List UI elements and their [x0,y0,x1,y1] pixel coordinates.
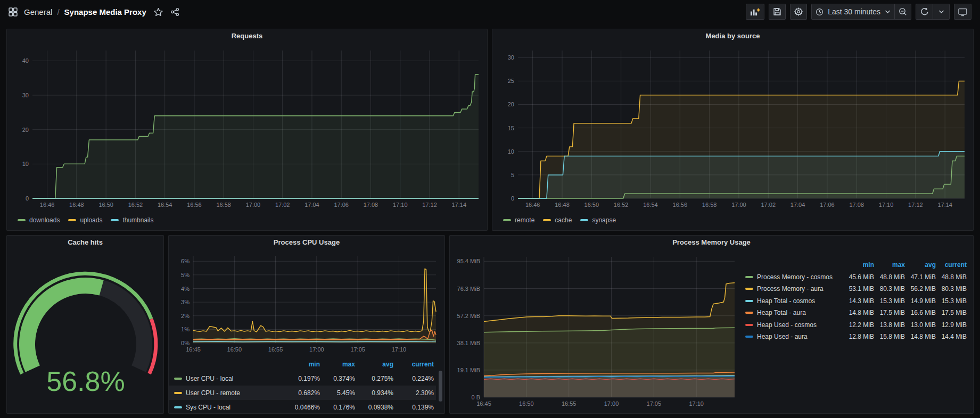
legend-value: 14.8 MiB [845,309,876,316]
legend-table-row: Sys CPU - local0.0466%0.176%0.0938%0.139… [169,400,436,414]
legend-item-heap-used-aura[interactable]: Heap Used - aura [740,333,845,340]
time-range-picker[interactable]: Last 30 minutes [811,4,894,20]
star-icon[interactable] [154,7,163,16]
legend-item-heap-total-cosmos[interactable]: Heap Total - cosmos [740,297,845,305]
y-axis-tick-label: 3% [181,299,190,305]
legend-label: User CPU - remote [186,389,240,397]
legend-swatch [745,276,753,278]
legend-value: 53.1 MiB [845,285,876,292]
legend-swatch [745,312,753,314]
cycle-view-mode-button[interactable] [954,4,971,20]
legend-col-current[interactable]: current [938,261,969,269]
legend-item-synapse[interactable]: synapse [580,216,616,224]
refresh-interval-dropdown[interactable] [933,4,950,20]
x-axis-tick-label: 17:10 [879,202,894,208]
x-axis-tick-label: 17:12 [908,202,923,208]
refresh-button[interactable] [916,4,933,20]
dashboard-settings-button[interactable] [790,4,807,20]
legend-value: 0.682% [287,389,322,397]
y-axis-tick-label: 20 [508,101,514,107]
legend-col-min[interactable]: min [845,261,876,269]
legend-item-cache[interactable]: cache [543,216,572,224]
x-axis-tick-label: 17:02 [761,202,776,208]
legend-swatch [745,336,753,338]
media-by-source-chart-svg[interactable]: 16:4616:4816:5016:5216:5416:5616:5817:00… [492,43,973,211]
legend-label: thumbnails [122,216,153,224]
chevron-down-icon [885,10,891,14]
legend-swatch [745,300,753,302]
dashboard-toolbar: Last 30 minutes [746,4,971,20]
gauge-svg[interactable]: 56.8% [7,249,164,410]
x-axis-tick-label: 17:12 [422,202,437,208]
legend-item-heap-total-aura[interactable]: Heap Total - aura [740,309,845,316]
legend-table-row: Heap Used - cosmos12.2 MiB13.8 MiB13.0 M… [740,319,972,331]
y-axis-tick-label: 10 [508,148,514,155]
x-axis-tick-label: 17:10 [393,202,408,208]
y-axis-tick-label: 10 [22,161,29,167]
share-icon[interactable] [170,7,179,16]
legend-col-avg[interactable]: avg [357,361,396,368]
zoom-out-time-button[interactable] [894,4,911,20]
panel-title-process-cpu-usage[interactable]: Process CPU Usage [169,236,444,249]
grafana-dashboard: General / Synapse Media Proxy [0,0,980,418]
process-cpu-legend-table: minmaxavgcurrentUser CPU - local0.197%0.… [169,357,444,414]
legend-item-process-memory-cosmos[interactable]: Process Memory - cosmos [740,273,845,281]
save-dashboard-button[interactable] [769,4,786,20]
legend-item-user-cpu-local[interactable]: User CPU - local [169,375,287,382]
legend-item-user-cpu-remote[interactable]: User CPU - remote [169,389,287,397]
process-cpu-chart-svg[interactable]: 16:4516:5016:5517:0017:0517:100%1%2%3%4%… [169,249,444,355]
legend-swatch [580,219,588,221]
panel-title-cache-hits[interactable]: Cache hits [7,236,163,249]
cache-hits-gauge: 56.8% [7,249,163,412]
legend-value: 5.45% [322,389,357,397]
legend-item-process-memory-aura[interactable]: Process Memory - aura [740,285,845,292]
legend-value: 14.9 MiB [907,297,938,305]
legend-table-header: minmaxavgcurrent [740,259,972,271]
process-memory-chart-svg[interactable]: 16:4516:5016:5517:0017:0517:100 B19.1 Mi… [450,249,740,411]
y-axis-tick-label: 0 [26,195,29,202]
x-axis-tick-label: 16:54 [158,202,172,208]
panel-title-process-memory-usage[interactable]: Process Memory Usage [450,236,973,249]
legend-col-min[interactable]: min [287,361,322,368]
legend-col-avg[interactable]: avg [907,261,938,269]
legend-value: 16.6 MiB [907,309,938,316]
legend-col-max[interactable]: max [876,261,907,269]
y-axis-tick-label: 2% [181,313,190,319]
legend-item-uploads[interactable]: uploads [68,216,102,224]
y-axis-tick-label: 30 [508,54,514,61]
y-axis-tick-label: 0% [181,340,190,346]
y-axis-tick-label: 4% [181,286,190,292]
x-axis-tick-label: 17:05 [350,346,365,353]
legend-swatch [543,219,551,221]
legend-value: 80.3 MiB [938,285,969,292]
panel-title-media-by-source[interactable]: Media by source [492,29,973,43]
legend-item-downloads[interactable]: downloads [18,216,60,224]
x-axis-tick-label: 17:10 [392,346,407,353]
legend-value: 17.5 MiB [876,309,907,316]
legend-item-sys-cpu-local[interactable]: Sys CPU - local [169,404,287,411]
legend-item-remote[interactable]: remote [503,216,534,224]
add-panel-button[interactable] [746,4,764,20]
legend-table-row: User CPU - remote0.682%5.45%0.934%2.30% [169,386,436,400]
y-axis-tick-label: 20 [22,127,29,133]
legend-item-thumbnails[interactable]: thumbnails [111,216,153,224]
x-axis-tick-label: 17:00 [309,346,324,353]
legend-value: 13.8 MiB [876,321,907,329]
y-axis-tick-label: 25 [508,78,514,84]
legend-col-current[interactable]: current [396,361,436,368]
x-axis-tick-label: 17:02 [275,202,290,208]
dashboard-title[interactable]: Synapse Media Proxy [64,7,146,16]
legend-col-max[interactable]: max [322,361,357,368]
media-by-source-legend: remotecachesynapse [492,213,973,224]
legend-scrollbar[interactable] [439,371,442,402]
x-axis-tick-label: 16:52 [614,202,629,208]
legend-item-heap-used-cosmos[interactable]: Heap Used - cosmos [740,321,845,329]
top-nav: General / Synapse Media Proxy [0,0,980,23]
requests-chart-svg[interactable]: 16:4616:4816:5016:5216:5416:5616:5817:00… [7,43,487,211]
x-axis-tick-label: 17:04 [790,202,805,208]
breadcrumb-section[interactable]: General [24,7,52,16]
panel-title-requests[interactable]: Requests [7,29,487,43]
dashboards-grid-icon[interactable] [9,7,18,16]
clock-icon [816,8,823,16]
y-axis-tick-label: 40 [22,57,29,64]
